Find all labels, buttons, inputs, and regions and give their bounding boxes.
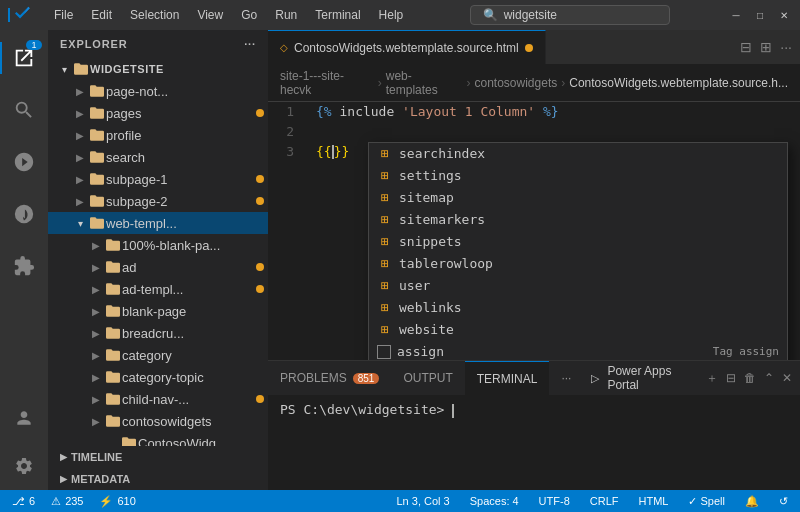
menu-run[interactable]: Run — [267, 6, 305, 24]
sidebar-item-breadcru[interactable]: ▶ breadcru... — [48, 322, 268, 344]
sidebar-item-child-nav[interactable]: ▶ child-nav-... — [48, 388, 268, 410]
folder-icon-page-not — [88, 84, 106, 98]
tree-arrow-pages: ▶ — [72, 108, 88, 119]
sidebar: EXPLORER ··· ▾ WIDGETSITE ▶ page-not... … — [48, 30, 268, 490]
status-error-count: 235 — [65, 495, 83, 507]
status-encoding[interactable]: UTF-8 — [535, 495, 574, 507]
explorer-activity-icon[interactable]: 1 — [0, 34, 48, 82]
split-editor-button[interactable]: ⊟ — [740, 39, 752, 55]
tree-arrow-ad-templ: ▶ — [88, 284, 104, 295]
sidebar-label-ad-templ: ad-templ... — [122, 282, 256, 297]
split-terminal-button[interactable]: ⊟ — [726, 371, 736, 385]
panel-tab-more[interactable]: ··· — [549, 361, 583, 395]
status-notifications[interactable]: 🔔 — [741, 495, 763, 508]
sidebar-item-pages[interactable]: ▶ pages — [48, 102, 268, 124]
status-errors[interactable]: ⚠ 235 — [47, 495, 87, 508]
sidebar-item-blank[interactable]: ▶ 100%-blank-pa... — [48, 234, 268, 256]
status-spaces[interactable]: Spaces: 4 — [466, 495, 523, 507]
maximize-button[interactable]: □ — [752, 7, 768, 23]
sidebar-item-contosowidg-file[interactable]: ContosoWidg... — [48, 432, 268, 446]
sidebar-item-blank-page[interactable]: ▶ blank-page — [48, 300, 268, 322]
ac-item-tablerowloop[interactable]: ⊞ tablerowloop — [369, 253, 787, 275]
add-terminal-button[interactable]: ＋ — [706, 370, 718, 387]
ac-item-sitemap[interactable]: ⊞ sitemap — [369, 187, 787, 209]
sidebar-item-category-topic[interactable]: ▶ category-topic — [48, 366, 268, 388]
panel-tab-terminal[interactable]: TERMINAL — [465, 361, 550, 395]
menu-selection[interactable]: Selection — [122, 6, 187, 24]
editor-content[interactable]: 1 2 3 {% include 'Layout 1 Column' %} {{ — [268, 102, 800, 360]
ac-item-searchindex[interactable]: ⊞ searchindex — [369, 143, 787, 165]
close-button[interactable]: ✕ — [776, 7, 792, 23]
status-line-col[interactable]: Ln 3, Col 3 — [392, 495, 453, 507]
ac-icon-assign — [377, 345, 391, 359]
breadcrumb-item-2[interactable]: web-templates — [386, 69, 463, 97]
extensions-activity-icon[interactable] — [0, 242, 48, 290]
ac-item-user[interactable]: ⊞ user — [369, 275, 787, 297]
breadcrumb-item-3[interactable]: contosowidgets — [475, 76, 558, 90]
menu-help[interactable]: Help — [371, 6, 412, 24]
delete-terminal-button[interactable]: 🗑 — [744, 371, 756, 385]
more-actions-button[interactable]: ··· — [780, 39, 792, 55]
toggle-panel-button[interactable]: ⊞ — [760, 39, 772, 55]
title-search-bar[interactable]: 🔍 widgetsite — [419, 5, 720, 25]
status-spell[interactable]: ✓ Spell — [684, 495, 729, 508]
minimize-button[interactable]: ─ — [728, 7, 744, 23]
status-eol[interactable]: CRLF — [586, 495, 623, 507]
ac-item-sitemarkers[interactable]: ⊞ sitemarkers — [369, 209, 787, 231]
tab-label: ContosoWidgets.webtemplate.source.html — [294, 41, 519, 55]
sidebar-item-page-not[interactable]: ▶ page-not... — [48, 80, 268, 102]
sidebar-item-profile[interactable]: ▶ profile — [48, 124, 268, 146]
tab-main-file[interactable]: ◇ ContosoWidgets.webtemplate.source.html — [268, 30, 546, 64]
status-bar: ⎇ 6 ⚠ 235 ⚡ 610 Ln 3, Col 3 Spaces: 4 UT… — [0, 490, 800, 512]
search-activity-icon[interactable] — [0, 86, 48, 134]
panel-tab-problems[interactable]: PROBLEMS 851 — [268, 361, 391, 395]
sidebar-more-icon[interactable]: ··· — [244, 38, 256, 50]
ac-item-website[interactable]: ⊞ website — [369, 319, 787, 341]
status-language[interactable]: HTML — [635, 495, 673, 507]
sidebar-item-web-templates[interactable]: ▾ web-templ... — [48, 212, 268, 234]
sidebar-item-ad-templ[interactable]: ▶ ad-templ... — [48, 278, 268, 300]
metadata-section[interactable]: ▶ METADATA — [48, 468, 268, 490]
terminal-cursor — [452, 404, 454, 418]
breadcrumb-item-4[interactable]: ContosoWidgets.webtemplate.source.h... — [569, 76, 788, 90]
panel-badge-problems: 851 — [353, 373, 380, 384]
menu-edit[interactable]: Edit — [83, 6, 120, 24]
debug-activity-icon[interactable] — [0, 190, 48, 238]
maximize-panel-button[interactable]: ⌃ — [764, 371, 774, 385]
sidebar-item-subpage2[interactable]: ▶ subpage-2 — [48, 190, 268, 212]
menu-terminal[interactable]: Terminal — [307, 6, 368, 24]
panel-tab-output[interactable]: OUTPUT — [391, 361, 464, 395]
ac-item-weblinks[interactable]: ⊞ weblinks — [369, 297, 787, 319]
dot-badge-subpage1 — [256, 175, 264, 183]
tab-modified-dot — [525, 44, 533, 52]
ac-item-assign[interactable]: assign Tag assign — [369, 341, 787, 360]
menu-go[interactable]: Go — [233, 6, 265, 24]
sidebar-root-item[interactable]: ▾ WIDGETSITE — [48, 58, 268, 80]
sidebar-item-contosowidgets[interactable]: ▶ contosowidgets — [48, 410, 268, 432]
status-branch[interactable]: ⎇ 6 — [8, 495, 39, 508]
status-sync[interactable]: ↺ — [775, 495, 792, 508]
settings-activity-icon[interactable] — [0, 442, 48, 490]
sidebar-item-search[interactable]: ▶ search — [48, 146, 268, 168]
sidebar-item-category[interactable]: ▶ category — [48, 344, 268, 366]
metadata-arrow: ▶ — [60, 474, 67, 484]
ac-item-settings[interactable]: ⊞ settings — [369, 165, 787, 187]
title-search-input[interactable]: 🔍 widgetsite — [470, 5, 670, 25]
breadcrumb-item-1[interactable]: site-1---site-hecvk — [280, 69, 374, 97]
menu-file[interactable]: File — [46, 6, 81, 24]
source-control-activity-icon[interactable] — [0, 138, 48, 186]
sidebar-item-subpage1[interactable]: ▶ subpage-1 — [48, 168, 268, 190]
token-string-1: 'Layout 1 Column' — [402, 102, 535, 122]
status-warnings[interactable]: ⚡ 610 — [95, 495, 139, 508]
sidebar-item-ad[interactable]: ▶ ad — [48, 256, 268, 278]
tree-arrow-child-nav: ▶ — [88, 394, 104, 405]
close-panel-button[interactable]: ✕ — [782, 371, 792, 385]
accounts-activity-icon[interactable] — [0, 394, 48, 442]
ac-item-snippets[interactable]: ⊞ snippets — [369, 231, 787, 253]
timeline-section[interactable]: ▶ TIMELINE — [48, 446, 268, 468]
menu-view[interactable]: View — [189, 6, 231, 24]
terminal-content[interactable]: PS C:\dev\widgetsite> — [268, 396, 800, 490]
code-area[interactable]: {% include 'Layout 1 Column' %} {{ }} ⊞ — [308, 102, 800, 360]
panel-label-more: ··· — [561, 371, 571, 385]
autocomplete-dropdown[interactable]: ⊞ searchindex ⊞ settings ⊞ sitemap ⊞ sit… — [368, 142, 788, 360]
